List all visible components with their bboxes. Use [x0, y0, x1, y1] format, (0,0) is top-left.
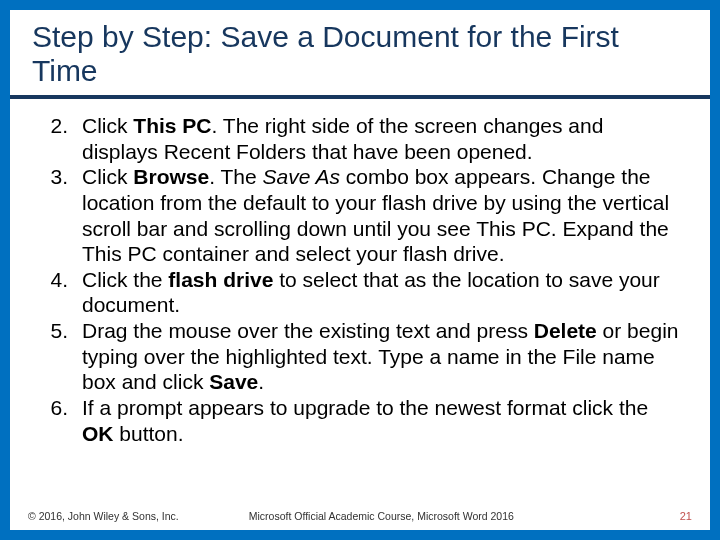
- slide-footer: © 2016, John Wiley & Sons, Inc. Microsof…: [10, 506, 710, 530]
- step-number: 4.: [38, 267, 82, 318]
- slide-title: Step by Step: Save a Document for the Fi…: [10, 10, 710, 99]
- step-number: 2.: [38, 113, 82, 164]
- steps-list: 2.Click This PC. The right side of the s…: [38, 113, 682, 446]
- step-text: Drag the mouse over the existing text an…: [82, 318, 682, 395]
- step-item: 3.Click Browse. The Save As combo box ap…: [38, 164, 682, 266]
- step-number: 6.: [38, 395, 82, 446]
- footer-copyright: © 2016, John Wiley & Sons, Inc.: [28, 510, 179, 522]
- slide: Step by Step: Save a Document for the Fi…: [10, 10, 710, 530]
- step-item: 6.If a prompt appears to upgrade to the …: [38, 395, 682, 446]
- step-number: 5.: [38, 318, 82, 395]
- step-text: Click the flash drive to select that as …: [82, 267, 682, 318]
- footer-course: Microsoft Official Academic Course, Micr…: [179, 510, 680, 522]
- step-item: 2.Click This PC. The right side of the s…: [38, 113, 682, 164]
- step-item: 5.Drag the mouse over the existing text …: [38, 318, 682, 395]
- step-item: 4.Click the flash drive to select that a…: [38, 267, 682, 318]
- step-number: 3.: [38, 164, 82, 266]
- step-text: If a prompt appears to upgrade to the ne…: [82, 395, 682, 446]
- slide-content: 2.Click This PC. The right side of the s…: [10, 109, 710, 506]
- step-text: Click This PC. The right side of the scr…: [82, 113, 682, 164]
- footer-page-number: 21: [680, 510, 692, 522]
- step-text: Click Browse. The Save As combo box appe…: [82, 164, 682, 266]
